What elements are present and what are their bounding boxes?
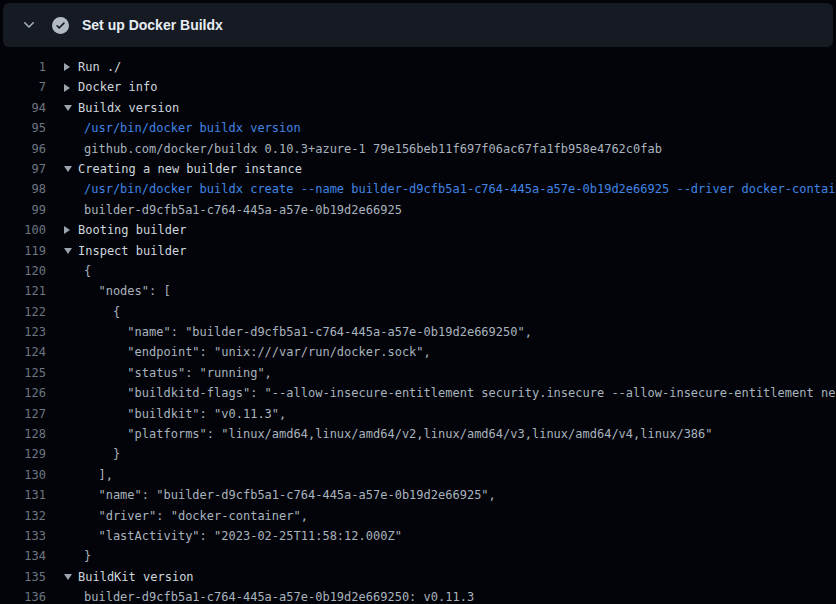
log-line-row: 124 "endpoint": "unix:///var/run/docker.… [0, 342, 836, 362]
line-number[interactable]: 94 [0, 98, 46, 118]
line-number[interactable]: 96 [0, 139, 46, 159]
line-number[interactable]: 127 [0, 404, 46, 424]
line-number[interactable]: 132 [0, 506, 46, 526]
log-group-row[interactable]: 135BuildKit version [0, 567, 836, 587]
line-number[interactable]: 128 [0, 424, 46, 444]
log-line-row: 99builder-d9cfb5a1-c764-445a-a57e-0b19d2… [0, 200, 836, 220]
line-number[interactable]: 124 [0, 342, 46, 362]
line-number[interactable]: 126 [0, 383, 46, 403]
log-line-row: 127 "buildkit": "v0.11.3", [0, 404, 836, 424]
log-output-text: { [84, 302, 120, 322]
line-number[interactable]: 119 [0, 241, 46, 261]
triangle-down-icon[interactable] [64, 105, 72, 111]
log-output-text: "name": "builder-d9cfb5a1-c764-445a-a57e… [84, 485, 496, 505]
line-number[interactable]: 122 [0, 302, 46, 322]
log-command-text: /usr/bin/docker buildx create --name bui… [84, 179, 836, 199]
check-circle-icon [52, 17, 69, 34]
log-output-text: github.com/docker/buildx 0.10.3+azure-1 … [84, 139, 662, 159]
triangle-down-icon[interactable] [64, 166, 72, 172]
log-line-row: 122 { [0, 302, 836, 322]
group-toggle-slot [46, 574, 78, 580]
log-command-text: /usr/bin/docker buildx version [84, 118, 301, 138]
log-line-row: 126 "buildkitd-flags": "--allow-insecure… [0, 383, 836, 403]
line-number[interactable]: 98 [0, 179, 46, 199]
log-group-title: BuildKit version [78, 567, 194, 587]
line-number[interactable]: 97 [0, 159, 46, 179]
log-group-title: Creating a new builder instance [78, 159, 302, 179]
log-output-text: } [84, 546, 91, 566]
triangle-down-icon[interactable] [64, 248, 72, 254]
log-output-text: "nodes": [ [84, 281, 171, 301]
line-number[interactable]: 134 [0, 546, 46, 566]
step-title: Set up Docker Buildx [82, 17, 223, 33]
log-group-title: Inspect builder [78, 241, 186, 261]
log-output-text: "platforms": "linux/amd64,linux/amd64/v2… [84, 424, 713, 444]
log-lines: 1Run ./7Docker info94Buildx version95/us… [0, 47, 836, 604]
log-line-row: 133 "lastActivity": "2023-02-25T11:58:12… [0, 526, 836, 546]
log-group-row[interactable]: 119Inspect builder [0, 241, 836, 261]
group-toggle-slot [46, 166, 78, 172]
log-line-row: 121 "nodes": [ [0, 281, 836, 301]
log-line-row: 131 "name": "builder-d9cfb5a1-c764-445a-… [0, 485, 836, 505]
log-line-row: 98/usr/bin/docker buildx create --name b… [0, 179, 836, 199]
log-line-row: 136builder-d9cfb5a1-c764-445a-a57e-0b19d… [0, 587, 836, 604]
line-number[interactable]: 131 [0, 485, 46, 505]
log-line-row: 128 "platforms": "linux/amd64,linux/amd6… [0, 424, 836, 444]
log-line-row: 95/usr/bin/docker buildx version [0, 118, 836, 138]
log-output-text: "buildkit": "v0.11.3", [84, 404, 286, 424]
line-number[interactable]: 123 [0, 322, 46, 342]
log-group-title: Docker info [78, 77, 157, 97]
line-number[interactable]: 95 [0, 118, 46, 138]
group-toggle-slot [46, 84, 78, 92]
log-group-row[interactable]: 100Booting builder [0, 220, 836, 240]
line-number[interactable]: 129 [0, 444, 46, 464]
line-number[interactable]: 125 [0, 363, 46, 383]
log-group-title: Buildx version [78, 98, 179, 118]
triangle-right-icon[interactable] [64, 84, 70, 92]
group-toggle-slot [46, 63, 78, 71]
line-number[interactable]: 99 [0, 200, 46, 220]
log-output-text: } [84, 444, 120, 464]
line-number[interactable]: 133 [0, 526, 46, 546]
actions-log-viewer: Set up Docker Buildx 1Run ./7Docker info… [0, 3, 836, 604]
log-group-row[interactable]: 94Buildx version [0, 98, 836, 118]
log-line-row: 96github.com/docker/buildx 0.10.3+azure-… [0, 139, 836, 159]
log-group-title: Run ./ [78, 57, 121, 77]
line-number[interactable]: 1 [0, 57, 46, 77]
line-number[interactable]: 120 [0, 261, 46, 281]
log-output-text: builder-d9cfb5a1-c764-445a-a57e-0b19d2e6… [84, 587, 474, 604]
log-group-row[interactable]: 1Run ./ [0, 57, 836, 77]
log-group-row[interactable]: 97Creating a new builder instance [0, 159, 836, 179]
log-output-text: "endpoint": "unix:///var/run/docker.sock… [84, 342, 431, 362]
line-number[interactable]: 7 [0, 77, 46, 97]
log-line-row: 125 "status": "running", [0, 363, 836, 383]
log-line-row: 129 } [0, 444, 836, 464]
line-number[interactable]: 100 [0, 220, 46, 240]
triangle-right-icon[interactable] [64, 226, 70, 234]
log-output-text: builder-d9cfb5a1-c764-445a-a57e-0b19d2e6… [84, 200, 402, 220]
log-line-row: 134} [0, 546, 836, 566]
line-number[interactable]: 130 [0, 465, 46, 485]
log-output-text: { [84, 261, 91, 281]
log-line-row: 123 "name": "builder-d9cfb5a1-c764-445a-… [0, 322, 836, 342]
log-output-text: ], [84, 465, 113, 485]
log-output-text: "status": "running", [84, 363, 272, 383]
chevron-down-icon[interactable] [21, 17, 37, 33]
log-output-text: "lastActivity": "2023-02-25T11:58:12.000… [84, 526, 402, 546]
line-number[interactable]: 136 [0, 587, 46, 604]
log-output-text: "buildkitd-flags": "--allow-insecure-ent… [84, 383, 836, 403]
log-line-row: 132 "driver": "docker-container", [0, 506, 836, 526]
group-toggle-slot [46, 105, 78, 111]
log-line-row: 120{ [0, 261, 836, 281]
log-group-row[interactable]: 7Docker info [0, 77, 836, 97]
triangle-right-icon[interactable] [64, 63, 70, 71]
line-number[interactable]: 121 [0, 281, 46, 301]
log-group-title: Booting builder [78, 220, 186, 240]
log-line-row: 130 ], [0, 465, 836, 485]
line-number[interactable]: 135 [0, 567, 46, 587]
triangle-down-icon[interactable] [64, 574, 72, 580]
group-toggle-slot [46, 248, 78, 254]
log-output-text: "driver": "docker-container", [84, 506, 308, 526]
log-output-text: "name": "builder-d9cfb5a1-c764-445a-a57e… [84, 322, 532, 342]
step-header[interactable]: Set up Docker Buildx [3, 3, 833, 47]
